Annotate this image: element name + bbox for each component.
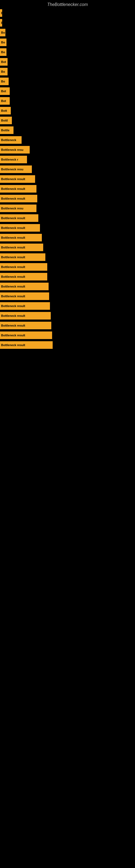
bar-0: B <box>0 9 2 17</box>
bar-label-32: Bottleneck result <box>1 324 25 327</box>
bar-row: Bottleneck result <box>0 213 135 223</box>
bar-row: Bottleneck result <box>0 330 135 340</box>
bar-label-18: Bottleneck result <box>1 187 25 190</box>
bar-label-26: Bottleneck result <box>1 265 25 269</box>
bar-label-11: Bottl <box>1 119 8 122</box>
bar-11: Bottl <box>0 117 12 124</box>
bar-label-9: Bot <box>1 99 6 102</box>
bar-row: Bottleneck result <box>0 174 135 184</box>
bar-label-33: Bottleneck result <box>1 334 25 337</box>
bar-row: Bo <box>0 76 135 86</box>
bar-31: Bottleneck result <box>0 312 51 319</box>
bar-29: Bottleneck result <box>0 292 49 300</box>
bar-18: Bottleneck result <box>0 185 37 193</box>
bar-6: Bo <box>0 68 8 75</box>
bar-label-4: Bo <box>1 51 5 54</box>
bar-4: Bo <box>0 48 6 56</box>
bar-label-16: Bottleneck resu <box>1 167 24 171</box>
bar-label-15: Bottleneck r <box>1 158 18 161</box>
bar-label-29: Bottleneck result <box>1 294 25 298</box>
bar-row: Bottleneck resu <box>0 145 135 155</box>
bar-label-14: Bottleneck resu <box>1 148 24 151</box>
bar-label-12: Bottle <box>1 129 9 132</box>
bar-label-34: Bottleneck result <box>1 343 25 347</box>
bar-label-30: Bottleneck result <box>1 304 25 308</box>
bar-row: Bo <box>0 28 135 37</box>
bar-row: Bot <box>0 96 135 106</box>
bar-28: Bottleneck result <box>0 283 49 290</box>
bar-30: Bottleneck result <box>0 302 50 310</box>
bar-label-7: Bo <box>1 80 5 83</box>
bar-label-6: Bo <box>1 70 5 73</box>
bar-row: Bot <box>0 57 135 67</box>
bar-label-5: Bot <box>1 60 6 63</box>
bar-label-13: Bottleneck <box>1 138 16 142</box>
bar-row: Bottleneck result <box>0 311 135 321</box>
bar-20: Bottleneck resu <box>0 205 37 212</box>
bar-25: Bottleneck result <box>0 253 45 261</box>
bar-26: Bottleneck result <box>0 263 47 271</box>
bar-row: Bottleneck result <box>0 194 135 204</box>
bar-13: Bottleneck <box>0 136 21 144</box>
bar-row: Bottleneck result <box>0 301 135 311</box>
bar-label-31: Bottleneck result <box>1 314 25 317</box>
bar-row: Bott <box>0 106 135 116</box>
bar-32: Bottleneck result <box>0 322 51 329</box>
bar-row: Bottleneck result <box>0 184 135 194</box>
bar-label-25: Bottleneck result <box>1 255 25 259</box>
bar-label-22: Bottleneck result <box>1 226 25 229</box>
bar-27: Bottleneck result <box>0 273 47 280</box>
bar-15: Bottleneck r <box>0 156 27 163</box>
bar-row: Bo <box>0 67 135 76</box>
bar-row: Bottl <box>0 116 135 125</box>
bar-5: Bot <box>0 58 8 66</box>
bar-row: Bottleneck result <box>0 321 135 330</box>
site-title: TheBottlenecker.com <box>0 0 135 8</box>
bar-label-20: Bottleneck resu <box>1 207 24 210</box>
bar-label-23: Bottleneck result <box>1 236 25 239</box>
bar-12: Bottle <box>0 126 13 134</box>
bar-row: Bottleneck result <box>0 291 135 301</box>
bar-row: Bottleneck resu <box>0 204 135 213</box>
bar-row: Bottleneck <box>0 135 135 145</box>
bar-7: Bo <box>0 78 9 85</box>
bar-17: Bottleneck result <box>0 175 35 183</box>
bar-22: Bottleneck result <box>0 224 40 231</box>
bar-1: B <box>0 19 2 27</box>
bar-label-24: Bottleneck result <box>1 246 25 249</box>
bar-label-10: Bott <box>1 109 7 112</box>
bar-23: Bottleneck result <box>0 234 42 241</box>
bar-row: Bottleneck result <box>0 262 135 272</box>
bar-3: Bo <box>0 38 6 46</box>
bar-row: Bo <box>0 37 135 47</box>
bar-row: Bottleneck resu <box>0 164 135 174</box>
bar-label-2: Bo <box>1 31 5 34</box>
bar-19: Bottleneck result <box>0 195 37 203</box>
bar-row: B <box>0 8 135 18</box>
bar-8: Bot <box>0 87 10 95</box>
bar-row: Bottleneck r <box>0 155 135 164</box>
bar-row: Bottleneck result <box>0 223 135 233</box>
bar-label-28: Bottleneck result <box>1 285 25 288</box>
bar-label-0: B <box>1 11 2 14</box>
bar-row: Bo <box>0 47 135 57</box>
bar-label-1: B <box>1 21 2 24</box>
bar-row: Bot <box>0 86 135 96</box>
bar-row: Bottleneck result <box>0 243 135 252</box>
bar-row: Bottleneck result <box>0 340 135 350</box>
bar-row: Bottleneck result <box>0 233 135 243</box>
bar-row: Bottle <box>0 125 135 135</box>
bar-label-17: Bottleneck result <box>1 177 25 181</box>
bar-label-21: Bottleneck result <box>1 216 25 220</box>
bar-34: Bottleneck result <box>0 341 53 349</box>
bar-label-19: Bottleneck result <box>1 197 25 200</box>
bar-21: Bottleneck result <box>0 214 38 222</box>
bar-14: Bottleneck resu <box>0 146 30 154</box>
bar-label-3: Bo <box>1 41 5 44</box>
bar-row: B <box>0 18 135 28</box>
bar-33: Bottleneck result <box>0 332 52 339</box>
bar-2: Bo <box>0 29 5 36</box>
bar-label-8: Bot <box>1 90 6 93</box>
bar-row: Bottleneck result <box>0 282 135 291</box>
bars-container: BBBoBoBoBotBoBoBotBotBottBottlBottleBott… <box>0 8 135 350</box>
